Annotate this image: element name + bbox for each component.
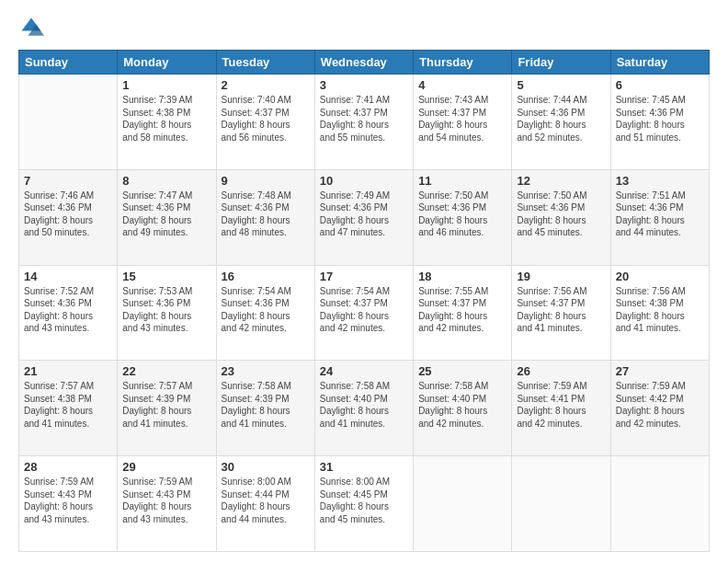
day-number: 9 — [222, 174, 310, 188]
calendar-table: SundayMondayTuesdayWednesdayThursdayFrid… — [18, 50, 710, 552]
day-info: Sunrise: 7:52 AM Sunset: 4:36 PM Dayligh… — [24, 285, 112, 335]
day-number: 30 — [222, 460, 310, 474]
day-number: 2 — [222, 78, 310, 92]
day-info: Sunrise: 8:00 AM Sunset: 4:44 PM Dayligh… — [222, 476, 310, 525]
day-number: 10 — [320, 174, 408, 188]
day-number: 1 — [122, 78, 210, 92]
day-number: 7 — [24, 174, 112, 188]
calendar-cell: 12Sunrise: 7:50 AM Sunset: 4:36 PM Dayli… — [512, 169, 610, 265]
calendar-cell: 13Sunrise: 7:51 AM Sunset: 4:36 PM Dayli… — [610, 169, 709, 265]
day-info: Sunrise: 7:58 AM Sunset: 4:40 PM Dayligh… — [320, 380, 408, 430]
day-info: Sunrise: 7:56 AM Sunset: 4:37 PM Dayligh… — [517, 285, 605, 335]
calendar-week-row: 1Sunrise: 7:39 AM Sunset: 4:38 PM Daylig… — [19, 75, 710, 170]
calendar-cell: 26Sunrise: 7:59 AM Sunset: 4:41 PM Dayli… — [512, 361, 610, 456]
calendar-week-row: 28Sunrise: 7:59 AM Sunset: 4:43 PM Dayli… — [19, 456, 710, 552]
calendar-header-row: SundayMondayTuesdayWednesdayThursdayFrid… — [19, 51, 710, 75]
calendar-header-sunday: Sunday — [19, 51, 118, 75]
day-number: 29 — [122, 460, 210, 474]
day-number: 23 — [222, 364, 310, 378]
calendar-cell — [19, 75, 118, 170]
calendar-cell: 7Sunrise: 7:46 AM Sunset: 4:36 PM Daylig… — [19, 169, 118, 265]
day-number: 6 — [616, 78, 704, 92]
day-number: 26 — [517, 364, 605, 378]
calendar-cell: 27Sunrise: 7:59 AM Sunset: 4:42 PM Dayli… — [610, 361, 709, 456]
calendar-header-friday: Friday — [512, 51, 610, 75]
calendar-cell: 17Sunrise: 7:54 AM Sunset: 4:37 PM Dayli… — [314, 265, 413, 361]
day-info: Sunrise: 7:53 AM Sunset: 4:36 PM Dayligh… — [122, 285, 210, 335]
calendar-week-row: 21Sunrise: 7:57 AM Sunset: 4:38 PM Dayli… — [19, 361, 710, 456]
day-number: 19 — [517, 270, 605, 283]
calendar-cell: 22Sunrise: 7:57 AM Sunset: 4:39 PM Dayli… — [118, 361, 216, 456]
day-info: Sunrise: 7:49 AM Sunset: 4:36 PM Dayligh… — [320, 190, 408, 239]
calendar-cell — [414, 456, 512, 552]
day-number: 5 — [517, 78, 605, 92]
calendar-cell: 30Sunrise: 8:00 AM Sunset: 4:44 PM Dayli… — [216, 456, 314, 552]
day-info: Sunrise: 7:59 AM Sunset: 4:43 PM Dayligh… — [122, 476, 210, 525]
calendar-cell — [512, 456, 610, 552]
calendar-cell: 21Sunrise: 7:57 AM Sunset: 4:38 PM Dayli… — [19, 361, 118, 456]
day-number: 16 — [222, 270, 310, 283]
calendar-cell: 1Sunrise: 7:39 AM Sunset: 4:38 PM Daylig… — [118, 75, 216, 170]
calendar-header-wednesday: Wednesday — [314, 51, 413, 75]
calendar-cell: 9Sunrise: 7:48 AM Sunset: 4:36 PM Daylig… — [216, 169, 314, 265]
day-number: 13 — [616, 174, 704, 188]
calendar-cell: 14Sunrise: 7:52 AM Sunset: 4:36 PM Dayli… — [19, 265, 118, 361]
calendar-cell: 24Sunrise: 7:58 AM Sunset: 4:40 PM Dayli… — [314, 361, 413, 456]
day-info: Sunrise: 7:57 AM Sunset: 4:38 PM Dayligh… — [24, 380, 112, 430]
calendar-cell — [610, 456, 709, 552]
calendar-cell: 31Sunrise: 8:00 AM Sunset: 4:45 PM Dayli… — [314, 456, 413, 552]
header — [18, 15, 710, 40]
day-info: Sunrise: 8:00 AM Sunset: 4:45 PM Dayligh… — [320, 476, 408, 525]
day-number: 8 — [122, 174, 210, 188]
day-number: 27 — [616, 364, 704, 378]
day-info: Sunrise: 7:45 AM Sunset: 4:36 PM Dayligh… — [616, 94, 704, 144]
calendar-cell: 2Sunrise: 7:40 AM Sunset: 4:37 PM Daylig… — [216, 75, 314, 170]
day-info: Sunrise: 7:46 AM Sunset: 4:36 PM Dayligh… — [24, 190, 112, 239]
day-info: Sunrise: 7:55 AM Sunset: 4:37 PM Dayligh… — [418, 285, 506, 335]
calendar-cell: 6Sunrise: 7:45 AM Sunset: 4:36 PM Daylig… — [610, 75, 709, 170]
logo — [18, 15, 48, 40]
calendar-cell: 29Sunrise: 7:59 AM Sunset: 4:43 PM Dayli… — [118, 456, 216, 552]
day-info: Sunrise: 7:58 AM Sunset: 4:40 PM Dayligh… — [418, 380, 506, 430]
calendar-header-saturday: Saturday — [610, 51, 709, 75]
day-info: Sunrise: 7:39 AM Sunset: 4:38 PM Dayligh… — [122, 94, 210, 144]
calendar-cell: 5Sunrise: 7:44 AM Sunset: 4:36 PM Daylig… — [512, 75, 610, 170]
calendar-cell: 20Sunrise: 7:56 AM Sunset: 4:38 PM Dayli… — [610, 265, 709, 361]
day-info: Sunrise: 7:40 AM Sunset: 4:37 PM Dayligh… — [222, 94, 310, 144]
day-number: 20 — [616, 270, 704, 283]
day-number: 31 — [320, 460, 408, 474]
day-number: 14 — [24, 270, 112, 283]
calendar-header-tuesday: Tuesday — [216, 51, 314, 75]
day-info: Sunrise: 7:58 AM Sunset: 4:39 PM Dayligh… — [222, 380, 310, 430]
day-info: Sunrise: 7:54 AM Sunset: 4:36 PM Dayligh… — [222, 285, 310, 335]
calendar-cell: 25Sunrise: 7:58 AM Sunset: 4:40 PM Dayli… — [414, 361, 512, 456]
day-number: 4 — [418, 78, 506, 92]
day-info: Sunrise: 7:41 AM Sunset: 4:37 PM Dayligh… — [320, 94, 408, 144]
day-number: 22 — [122, 364, 210, 378]
day-info: Sunrise: 7:48 AM Sunset: 4:36 PM Dayligh… — [222, 190, 310, 239]
calendar-week-row: 14Sunrise: 7:52 AM Sunset: 4:36 PM Dayli… — [19, 265, 710, 361]
day-number: 24 — [320, 364, 408, 378]
day-info: Sunrise: 7:43 AM Sunset: 4:37 PM Dayligh… — [418, 94, 506, 144]
calendar-cell: 15Sunrise: 7:53 AM Sunset: 4:36 PM Dayli… — [118, 265, 216, 361]
day-info: Sunrise: 7:50 AM Sunset: 4:36 PM Dayligh… — [418, 190, 506, 239]
day-number: 25 — [418, 364, 506, 378]
day-info: Sunrise: 7:59 AM Sunset: 4:41 PM Dayligh… — [517, 380, 605, 430]
calendar-header-monday: Monday — [118, 51, 216, 75]
day-info: Sunrise: 7:44 AM Sunset: 4:36 PM Dayligh… — [517, 94, 605, 144]
day-info: Sunrise: 7:47 AM Sunset: 4:36 PM Dayligh… — [122, 190, 210, 239]
calendar-cell: 8Sunrise: 7:47 AM Sunset: 4:36 PM Daylig… — [118, 169, 216, 265]
day-number: 12 — [517, 174, 605, 188]
day-number: 3 — [320, 78, 408, 92]
calendar-cell: 11Sunrise: 7:50 AM Sunset: 4:36 PM Dayli… — [414, 169, 512, 265]
calendar-header-thursday: Thursday — [414, 51, 512, 75]
calendar-cell: 19Sunrise: 7:56 AM Sunset: 4:37 PM Dayli… — [512, 265, 610, 361]
day-number: 21 — [24, 364, 112, 378]
calendar-cell: 3Sunrise: 7:41 AM Sunset: 4:37 PM Daylig… — [314, 75, 413, 170]
day-number: 28 — [24, 460, 112, 474]
day-info: Sunrise: 7:59 AM Sunset: 4:43 PM Dayligh… — [24, 476, 112, 525]
logo-icon — [18, 15, 44, 40]
calendar-cell: 23Sunrise: 7:58 AM Sunset: 4:39 PM Dayli… — [216, 361, 314, 456]
calendar-week-row: 7Sunrise: 7:46 AM Sunset: 4:36 PM Daylig… — [19, 169, 710, 265]
calendar-cell: 10Sunrise: 7:49 AM Sunset: 4:36 PM Dayli… — [314, 169, 413, 265]
